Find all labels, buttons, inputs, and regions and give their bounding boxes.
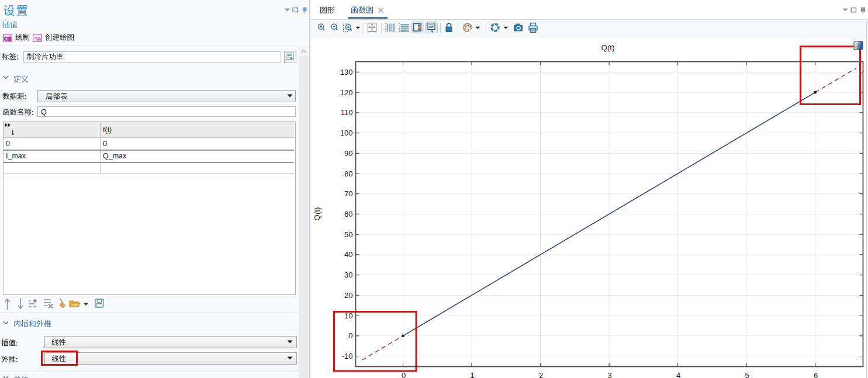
svg-text:100: 100 <box>340 129 353 137</box>
svg-text:110: 110 <box>341 108 353 117</box>
svg-text:80: 80 <box>344 169 352 178</box>
svg-text:Q(t): Q(t) <box>601 43 614 52</box>
svg-text:5: 5 <box>745 371 749 378</box>
svg-text:0: 0 <box>348 331 352 340</box>
svg-text:130: 130 <box>340 68 353 77</box>
svg-text:20: 20 <box>344 291 352 300</box>
svg-text:70: 70 <box>344 189 352 198</box>
svg-text:6: 6 <box>814 371 818 378</box>
svg-text:2: 2 <box>539 371 543 378</box>
svg-text:120: 120 <box>340 88 353 97</box>
svg-text:50: 50 <box>344 230 352 239</box>
svg-text:40: 40 <box>344 250 352 259</box>
svg-text:-10: -10 <box>342 352 353 360</box>
svg-text:60: 60 <box>344 210 352 219</box>
svg-text:4: 4 <box>676 371 680 378</box>
svg-text:3: 3 <box>607 371 611 378</box>
svg-text:90: 90 <box>344 149 352 158</box>
svg-text:Q(t): Q(t) <box>313 207 321 220</box>
svg-text:1: 1 <box>470 371 474 378</box>
svg-text:30: 30 <box>344 271 352 279</box>
